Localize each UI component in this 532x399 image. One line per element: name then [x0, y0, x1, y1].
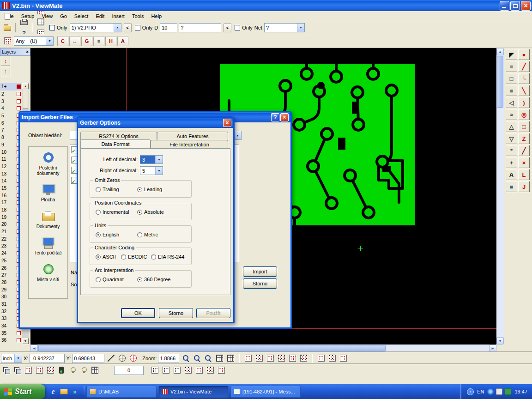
help-icon[interactable]: ? — [271, 113, 279, 121]
scroll-down-icon[interactable]: ▼ — [22, 338, 29, 344]
layer-color-swatch[interactable] — [17, 99, 21, 103]
dcode-value-field[interactable]: 10 — [160, 23, 177, 32]
horizontal-scrollbar[interactable]: ◄ ► — [30, 345, 496, 352]
net-combo[interactable]: ? ▼ — [264, 23, 305, 32]
zoom-out-button[interactable] — [203, 353, 213, 363]
scrollbar-thumb[interactable] — [497, 56, 503, 108]
right-decimal-combo[interactable]: 5 ▼ — [140, 166, 163, 175]
tab-auto-features[interactable]: Auto Features — [157, 132, 228, 140]
close-icon[interactable]: × — [26, 49, 29, 54]
scheduler-icon[interactable] — [505, 388, 511, 395]
cancel-button[interactable]: Storno — [243, 278, 277, 289]
pad-pattern-1-button[interactable] — [243, 353, 253, 363]
grid-step-field[interactable]: 0 — [114, 366, 144, 375]
print-button[interactable] — [18, 17, 30, 28]
g-tool-button[interactable]: G — [81, 36, 92, 46]
place-desktop[interactable]: Plocha — [30, 183, 66, 203]
zoom-window-button[interactable] — [192, 353, 202, 363]
pad-pattern-12-button[interactable] — [205, 365, 215, 375]
polyline-tool-icon[interactable]: └ — [518, 73, 530, 84]
pad-pattern-8-button[interactable] — [327, 353, 337, 363]
step-tool-icon[interactable]: Z — [518, 133, 530, 144]
start-button[interactable]: Start — [0, 384, 45, 399]
chevron-down-icon[interactable]: ▼ — [297, 24, 304, 32]
traffic-light-button[interactable] — [56, 365, 66, 375]
tab-rs274x-options[interactable]: RS274-X Options — [80, 132, 157, 140]
lamp-a-button[interactable] — [67, 365, 78, 375]
zoom-value-field[interactable]: 1.8866 — [158, 354, 179, 363]
cursor-tool-icon[interactable]: ◤ — [506, 49, 517, 60]
chevron-down-icon[interactable]: ▼ — [155, 167, 163, 175]
layer-row-36[interactable]: 36 — [0, 337, 22, 344]
grid-table-button[interactable] — [90, 365, 100, 375]
net-grid-button[interactable] — [35, 17, 46, 28]
table-coarse-button[interactable] — [214, 353, 224, 363]
radio-option-metric[interactable]: Metric — [137, 232, 158, 237]
prev-dcode-button[interactable]: < — [124, 23, 132, 32]
rect-tool-icon[interactable]: □ — [518, 121, 530, 132]
layer-row-3[interactable]: 3 — [0, 97, 22, 105]
task-d-mlab[interactable]: D:\MLAB — [86, 386, 157, 398]
dialog-title-bar[interactable]: Gerber Options × — [78, 118, 233, 128]
line-tool-icon[interactable]: ╱ — [518, 61, 530, 72]
triangle-tool-icon[interactable]: △ — [506, 121, 517, 132]
apply-button[interactable]: Použít — [196, 308, 230, 318]
y-coordinate-field[interactable]: 0.690643 — [72, 354, 104, 363]
scroll-up-icon[interactable]: ▲ — [496, 48, 504, 55]
minimize-button[interactable] — [500, 1, 509, 11]
text-a-tool-icon[interactable]: A — [506, 169, 517, 180]
pad-pattern-6-button[interactable] — [298, 353, 308, 363]
list-tool-icon[interactable]: ≡ — [506, 61, 517, 72]
spray-tool-icon[interactable]: × — [518, 157, 530, 168]
scroll-up-icon[interactable]: ▲ — [22, 83, 29, 89]
place-network[interactable]: Místa v síti — [30, 263, 66, 283]
place-documents[interactable]: Dokumenty — [30, 210, 66, 230]
table-tool-icon[interactable]: □ — [506, 73, 517, 84]
close-icon[interactable]: × — [223, 119, 231, 127]
pad-pattern-11-button[interactable] — [194, 365, 204, 375]
radio-icon[interactable] — [96, 277, 101, 282]
layer-color-swatch[interactable] — [17, 331, 21, 335]
chevron-down-icon[interactable]: ▼ — [114, 24, 121, 32]
radio-icon[interactable] — [137, 232, 142, 237]
radio-icon[interactable] — [96, 187, 101, 192]
scrollbar-thumb[interactable] — [38, 345, 386, 351]
menu-select[interactable]: Select — [71, 12, 92, 20]
zoom-in-button[interactable] — [181, 353, 191, 363]
restore-button[interactable] — [510, 1, 520, 11]
scroll-left-icon[interactable]: ◄ — [30, 345, 38, 352]
layer-color-swatch[interactable] — [17, 85, 21, 89]
chevron-down-icon[interactable]: ▼ — [46, 37, 53, 45]
x-coordinate-field[interactable]: -0.942237 — [30, 354, 65, 363]
lamp-b-button[interactable] — [79, 365, 89, 375]
table-fine-button[interactable] — [225, 353, 236, 363]
menu-go[interactable]: Go — [56, 12, 71, 20]
radio-option-eia-rs-244[interactable]: EIA RS-244 — [151, 254, 184, 260]
tray-chevron-icon[interactable]: ‹ — [467, 388, 474, 395]
left-decimal-combo[interactable]: 3 ▼ — [140, 155, 163, 164]
dot-grid-2-button[interactable] — [161, 365, 171, 375]
pad-pattern-3-button[interactable] — [265, 353, 275, 363]
hook-tool-icon[interactable]: J — [518, 181, 530, 192]
layer-row-2[interactable]: 2 — [0, 91, 22, 98]
crosshair-button[interactable] — [117, 353, 127, 363]
pad-pattern-7-button[interactable] — [316, 353, 326, 363]
save-view-tool-icon[interactable]: ■ — [506, 181, 517, 192]
only-dcode-checkbox[interactable] — [135, 25, 140, 30]
layer-file-combo[interactable]: 1) V2.PHO ▼ — [70, 23, 121, 32]
radio-icon[interactable] — [137, 187, 142, 192]
swap-tool-button[interactable]: ↔ — [69, 36, 80, 46]
dot-grid-3-button[interactable] — [172, 365, 182, 375]
pad-pattern-13-button[interactable] — [216, 365, 226, 375]
stamp-tool-icon[interactable]: + — [506, 157, 517, 168]
fill-tool-icon[interactable]: ■ — [506, 85, 517, 96]
wave-tool-icon[interactable]: ≈ — [506, 109, 517, 120]
c-tool-button[interactable]: C — [57, 36, 68, 46]
down-tri-tool-icon[interactable]: ▽ — [506, 133, 517, 144]
radio-option-leading[interactable]: Leading — [137, 187, 162, 192]
mirror-tool-icon[interactable]: ◁ — [506, 97, 517, 108]
dcode-table-3-button[interactable] — [45, 365, 55, 375]
pad-pattern-10-button[interactable] — [183, 365, 193, 375]
keyboard-icon[interactable] — [496, 388, 502, 395]
language-indicator[interactable]: EN — [477, 389, 484, 394]
